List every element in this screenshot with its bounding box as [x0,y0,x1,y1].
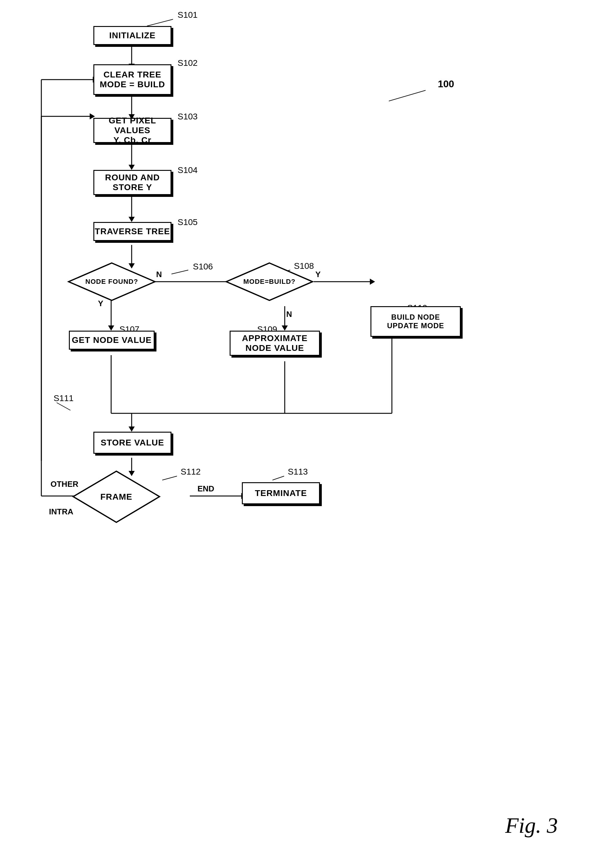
svg-line-23 [57,403,71,410]
svg-text:S106: S106 [193,262,213,271]
get-node-value-label: GET NODE VALUE [72,335,152,345]
svg-marker-52 [129,426,135,432]
svg-line-1 [389,90,426,101]
build-node-update-box: BUILD NODE UPDATE MODE [371,306,461,337]
get-pixel-box: GET PIXEL VALUES Y, Cb, Cr [93,118,171,143]
round-store-label: ROUND AND STORE Y [105,173,160,192]
svg-text:S112: S112 [181,467,201,476]
initialize-label: INITIALIZE [109,31,156,41]
initialize-box: INITIALIZE [93,26,171,45]
store-value-label: STORE VALUE [101,438,164,448]
svg-text:N: N [286,310,292,319]
svg-marker-45 [282,326,288,331]
flowchart-diagram: 100 S101 S102 S103 S104 S105 S106 S107 S… [0,0,616,868]
svg-text:S105: S105 [178,217,198,227]
terminate-box: TERMINATE [242,482,320,504]
clear-tree-box: CLEAR TREE MODE = BUILD [93,64,171,95]
svg-text:S102: S102 [178,58,198,68]
mode-build-diamond: MODE=BUILD? [225,262,314,302]
terminate-label: TERMINATE [255,488,307,498]
svg-text:END: END [198,484,214,493]
svg-line-27 [272,476,284,480]
frame-diamond: FRAME [72,470,161,524]
svg-text:100: 100 [438,79,454,90]
svg-text:Y: Y [315,270,321,279]
round-store-box: ROUND AND STORE Y [93,170,171,195]
svg-line-25 [162,476,177,480]
get-node-value-box: GET NODE VALUE [69,331,155,350]
get-pixel-label: GET PIXEL VALUES Y, Cb, Cr [94,116,171,145]
store-value-box: STORE VALUE [93,432,171,454]
svg-text:S113: S113 [288,467,308,476]
traverse-tree-label: TRAVERSE TREE [95,226,170,236]
approx-node-box: APPROXIMATE NODE VALUE [229,331,320,356]
flowchart-svg: 100 S101 S102 S103 S104 S105 S106 S107 S… [0,0,616,868]
traverse-tree-box: TRAVERSE TREE [93,222,171,241]
svg-text:N: N [156,270,162,279]
svg-marker-43 [370,278,375,285]
svg-line-13 [171,270,188,274]
svg-text:S104: S104 [178,165,198,175]
build-node-update-label: BUILD NODE UPDATE MODE [387,313,444,330]
approx-node-label: APPROXIMATE NODE VALUE [242,333,307,353]
svg-text:S103: S103 [178,112,198,121]
svg-text:S111: S111 [53,393,74,403]
svg-marker-39 [108,326,114,331]
svg-text:Fig. 3: Fig. 3 [505,813,558,838]
svg-marker-33 [129,165,135,170]
clear-tree-label: CLEAR TREE MODE = BUILD [100,70,165,90]
svg-line-3 [147,19,173,26]
svg-marker-35 [129,217,135,222]
svg-text:INTRA: INTRA [49,507,74,516]
svg-text:S101: S101 [178,10,198,20]
node-found-diamond: NODE FOUND? [68,262,156,302]
